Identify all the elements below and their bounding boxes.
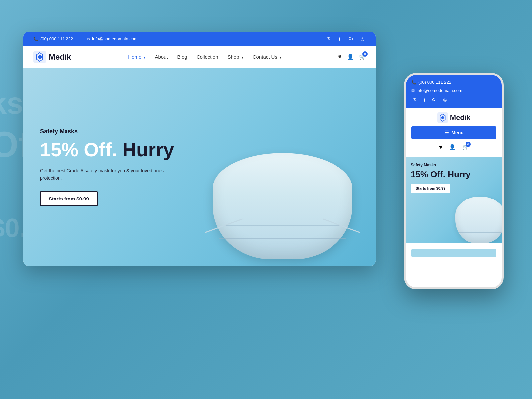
desktop-topbar: (00) 000 111 222 info@somedomain.com — [23, 32, 376, 46]
mobile-mask-fold — [459, 232, 502, 233]
twitter-icon[interactable] — [325, 35, 332, 42]
mobile-brand-name: Medik — [450, 113, 470, 122]
svg-rect-2 — [38, 56, 42, 58]
topbar-email-item: info@somedomain.com — [87, 36, 138, 41]
mobile-email-icon — [411, 88, 415, 93]
mobile-email: info@somedomain.com — [417, 88, 462, 93]
nav-actions: 0 — [338, 53, 366, 60]
mobile-hero-section: Safety Masks 15% Off. Hurry Starts from … — [406, 157, 502, 243]
mobile-wishlist-button[interactable] — [439, 144, 443, 151]
mobile-mask-body — [455, 197, 502, 243]
mobile-social-row — [411, 96, 496, 103]
mobile-topbar: (00) 000 111 222 info@somedomain.com — [406, 75, 502, 108]
hero-title-percent: 15% Off. — [40, 139, 117, 160]
nav-link-blog[interactable]: Blog — [177, 54, 187, 60]
user-icon — [347, 53, 354, 60]
mask-image — [176, 68, 376, 266]
mobile-logo-icon — [437, 112, 448, 123]
nav-item-collection[interactable]: Collection — [197, 54, 218, 60]
topbar-phone-item: (00) 000 111 222 — [33, 36, 73, 41]
mobile-gplus-icon[interactable] — [431, 96, 438, 103]
hero-title: 15% Off. Hurry — [40, 139, 180, 160]
topbar-email: info@somedomain.com — [92, 36, 138, 41]
mobile-twitter-icon[interactable] — [411, 96, 418, 103]
nav-link-collection[interactable]: Collection — [197, 54, 218, 60]
nav-link-home[interactable]: Home ▾ — [128, 54, 145, 60]
hero-description: Get the best Grade A safety mask for you… — [40, 167, 180, 182]
user-button[interactable] — [347, 53, 354, 60]
mobile-bottom-section — [406, 243, 502, 270]
nav-link-shop[interactable]: Shop ▾ — [228, 54, 243, 60]
mobile-hero-percent: 15% Off. — [411, 169, 445, 179]
mobile-user-button[interactable] — [449, 144, 456, 151]
facebook-icon[interactable] — [336, 35, 343, 42]
gplus-icon[interactable] — [348, 35, 354, 42]
nav-item-contact[interactable]: Contact Us ▾ — [253, 54, 281, 60]
mobile-user-icon — [449, 144, 456, 150]
mobile-hero-cta-button[interactable]: Starts from $0.99 — [411, 184, 450, 193]
nav-item-shop[interactable]: Shop ▾ — [228, 54, 243, 60]
nav-link-about[interactable]: About — [155, 54, 168, 60]
mobile-logo[interactable]: Medik — [437, 112, 470, 123]
mobile-facebook-icon[interactable] — [421, 96, 428, 103]
hero-cta-button[interactable]: Starts from $0.99 — [40, 191, 98, 206]
cart-button[interactable]: 0 — [359, 53, 366, 60]
mobile-heart-icon — [439, 144, 443, 150]
phone-icon — [33, 36, 38, 41]
mask-body — [213, 153, 352, 259]
topbar-phone: (00) 000 111 222 — [40, 36, 73, 41]
hero-section: Safety Masks 15% Off. Hurry Get the best… — [23, 68, 376, 266]
hero-subtitle: Safety Masks — [40, 128, 180, 135]
mobile-instagram-icon[interactable] — [441, 96, 448, 103]
mobile-cart-button[interactable]: 0 — [462, 144, 469, 151]
email-icon — [87, 36, 90, 41]
mobile-email-row: info@somedomain.com — [411, 88, 496, 93]
mobile-bottom-button[interactable] — [411, 249, 496, 257]
svg-rect-5 — [441, 117, 444, 118]
logo[interactable]: Medik — [33, 51, 71, 63]
mobile-menu-button[interactable]: Menu — [411, 126, 496, 139]
nav-item-about[interactable]: About — [155, 54, 168, 60]
desktop-navbar: Medik Home ▾ About Blog Collection Shop … — [23, 46, 376, 68]
hamburger-icon — [444, 130, 449, 136]
hero-title-hurry: Hurry — [122, 139, 174, 160]
mask-fold-1 — [219, 238, 346, 239]
mobile-mockup: (00) 000 111 222 info@somedomain.com Med… — [404, 73, 504, 289]
mobile-phone-icon — [411, 80, 416, 85]
wishlist-button[interactable] — [338, 53, 342, 60]
cart-badge: 0 — [362, 51, 368, 57]
mobile-hero-subtitle: Safety Masks — [411, 163, 497, 167]
mobile-mask-image — [452, 177, 502, 243]
mask-outer — [200, 133, 366, 259]
topbar-left: (00) 000 111 222 info@somedomain.com — [33, 36, 138, 41]
mobile-phone-row: (00) 000 111 222 — [411, 80, 496, 85]
mobile-menu-label: Menu — [451, 130, 464, 135]
heart-icon — [338, 53, 342, 60]
nav-item-home[interactable]: Home ▾ — [128, 54, 145, 60]
instagram-icon[interactable] — [359, 35, 366, 42]
nav-links: Home ▾ About Blog Collection Shop ▾ Cont… — [128, 54, 281, 60]
desktop-mockup: (00) 000 111 222 info@somedomain.com Med… — [23, 32, 376, 266]
mask-fold-2 — [223, 225, 342, 226]
mask-visual — [193, 93, 376, 266]
nav-item-blog[interactable]: Blog — [177, 54, 187, 60]
logo-icon — [33, 51, 46, 63]
topbar-right — [325, 35, 366, 42]
nav-link-contact[interactable]: Contact Us ▾ — [253, 54, 281, 60]
mobile-navbar: Medik Menu 0 — [406, 108, 502, 157]
mobile-actions: 0 — [439, 142, 469, 152]
topbar-divider — [80, 36, 80, 41]
mobile-cart-badge: 0 — [466, 142, 471, 147]
brand-name: Medik — [49, 52, 71, 62]
mobile-phone: (00) 000 111 222 — [418, 80, 451, 85]
hero-content: Safety Masks 15% Off. Hurry Get the best… — [40, 128, 180, 206]
